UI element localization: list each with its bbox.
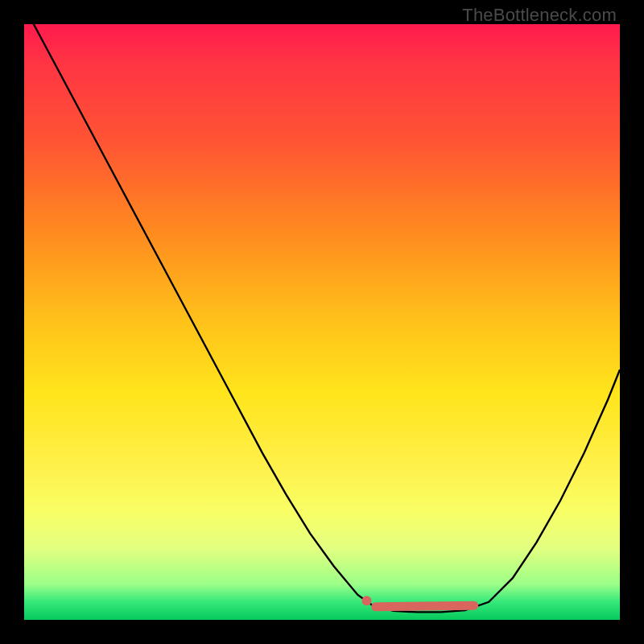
chart-svg: [24, 24, 620, 620]
chart-frame: TheBottleneck.com: [0, 0, 644, 644]
optimal-range-segment: [376, 605, 474, 606]
watermark-text: TheBottleneck.com: [462, 5, 617, 26]
bottleneck-curve: [24, 24, 620, 612]
plot-area: [24, 24, 620, 620]
optimal-point-marker: [362, 596, 372, 605]
